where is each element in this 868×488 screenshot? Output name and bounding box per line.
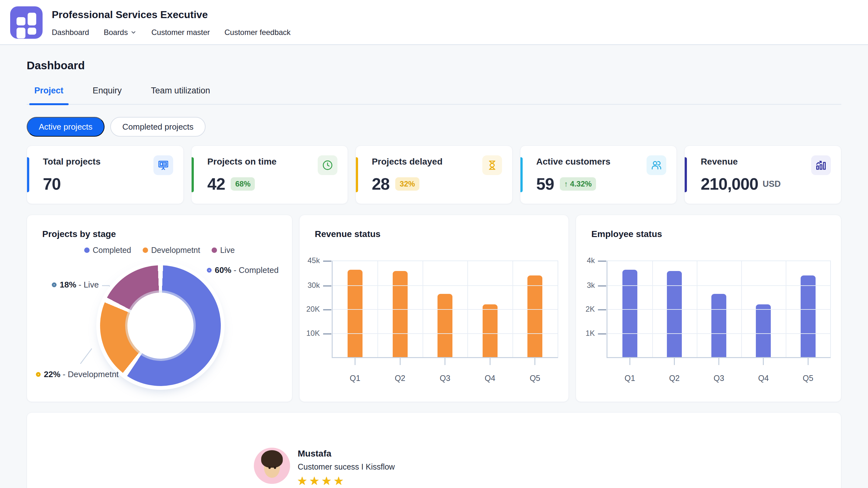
x-tick-label: Q5 [799,374,817,383]
x-tick-marks [608,358,830,365]
x-tick-mark [629,358,630,365]
bar-Q2[interactable] [393,271,408,357]
tab-project[interactable]: Project [31,86,67,104]
stat-card: Active customers 59 ↑ 4.32% [520,146,677,204]
stat-title: Projects on time [208,157,277,167]
nav-customer-feedback[interactable]: Customer feedback [225,28,291,37]
chart-title: Revenue status [315,229,381,239]
callout-completed: 60% - Completed [207,265,279,275]
x-tick-mark [400,358,401,365]
y-tick-dash [598,285,606,286]
legend-dot [143,247,148,253]
accent-bar [356,157,358,192]
accent-bar [685,157,687,192]
dashboard-content: Dashboard Project Enquiry Team utilizati… [27,45,841,488]
employee-plot-area: Q1Q2Q3Q4Q5 4k3k2K1K [607,261,831,358]
stat-value: 210,000 [701,175,758,193]
icon-chip [318,155,337,175]
app-title: Professional Services Executive [52,9,208,21]
stat-title: Active customers [536,157,610,167]
y-tick-label: 10K [306,329,320,338]
donut-hole [127,293,193,359]
currency-suffix: USD [763,179,781,189]
legend-dot [84,247,90,253]
x-tick-mark [354,358,355,365]
gridline [513,261,513,357]
x-tick-label: Q3 [436,374,455,383]
header-nav: Dashboard Boards Customer master Custome… [52,28,291,37]
stat-card: Projects delayed 28 32% [355,146,513,204]
bar-Q5[interactable] [527,275,542,357]
callout-development: 22% - Developmetnt [36,369,119,379]
x-tick-label: Q1 [620,374,639,383]
nav-dashboard[interactable]: Dashboard [52,28,89,37]
y-tick-label: 30k [308,281,320,290]
x-tick-mark [444,358,445,365]
bar-Q1[interactable] [622,270,637,357]
x-tick-mark [534,358,535,365]
y-tick-dash [323,285,331,286]
projects-by-stage-donut[interactable] [100,265,221,386]
y-tick-dash [598,261,606,262]
y-tick-dash [598,333,606,335]
stat-title: Projects delayed [372,157,442,167]
legend-item[interactable]: Completed [84,246,131,255]
y-tick-label: 45k [308,256,320,265]
nav-boards[interactable]: Boards [103,28,136,37]
bar-Q5[interactable] [801,275,815,357]
ring-marker [52,282,57,287]
x-tick-mark [490,358,491,365]
y-tick-label: 1K [586,329,595,338]
stat-card: Total projects 70 [27,146,184,204]
chart-title: Employee status [591,229,662,239]
y-tick-dash [323,261,331,262]
y-tick-dash [323,309,331,310]
gridline [786,261,786,357]
avatar [254,448,290,484]
y-tick-label: 4k [587,256,595,265]
y-tick-label: 20K [306,305,320,313]
x-tick-label: Q3 [709,374,728,383]
legend-item[interactable]: Developmetnt [143,246,200,255]
x-tick-label: Q2 [391,374,409,383]
bar-Q4[interactable] [483,304,498,357]
legend-label: Developmetnt [151,246,200,255]
gridline [741,261,742,357]
tab-bar: Project Enquiry Team utilization [27,86,841,105]
bar-Q3[interactable] [437,294,453,357]
donut-legend: CompletedDevelopmetntLive [27,246,292,255]
bar-Q4[interactable] [756,304,771,357]
x-axis-labels: Q1Q2Q3Q4Q5 [608,374,830,383]
stat-card: Revenue 210,000 USD [684,146,841,204]
page-title: Dashboard [27,59,841,72]
filter-active-projects[interactable]: Active projects [27,117,104,136]
bar-Q1[interactable] [348,270,363,357]
stat-value: 70 [43,175,61,193]
people-icon [650,159,662,171]
tab-enquiry[interactable]: Enquiry [90,86,125,104]
y-tick-label: 2K [586,305,595,313]
star-rating[interactable]: ★★★★ [297,474,346,488]
accent-bar [192,157,194,192]
icon-chip [482,155,502,175]
revenue-status-card: Revenue status Q1Q2Q3Q4Q5 45k30k20K10K [299,215,569,402]
tab-team-utilization[interactable]: Team utilization [148,86,213,104]
nav-customer-master[interactable]: Customer master [151,28,210,37]
icon-chip [153,155,173,175]
chevron-down-icon [130,29,136,36]
x-tick-mark [718,358,719,365]
bar-Q3[interactable] [711,294,726,357]
feedback-role: Customer sucess I Kissflow [298,462,395,471]
bar-Q2[interactable] [667,271,682,357]
x-tick-label: Q1 [345,374,365,383]
legend-item[interactable]: Live [212,246,235,255]
x-tick-label: Q4 [480,374,499,383]
project-filter-group: Active projects Completed projects [27,117,841,136]
projects-by-stage-card: Projects by stage CompletedDevelopmetntL… [27,215,292,402]
icon-chip [811,155,831,175]
gridline [697,261,698,357]
app-logo[interactable] [10,6,42,39]
y-tick-dash [598,309,606,310]
filter-completed-projects[interactable]: Completed projects [110,117,206,136]
revenue-plot-area: Q1Q2Q3Q4Q5 45k30k20K10K [332,261,558,358]
